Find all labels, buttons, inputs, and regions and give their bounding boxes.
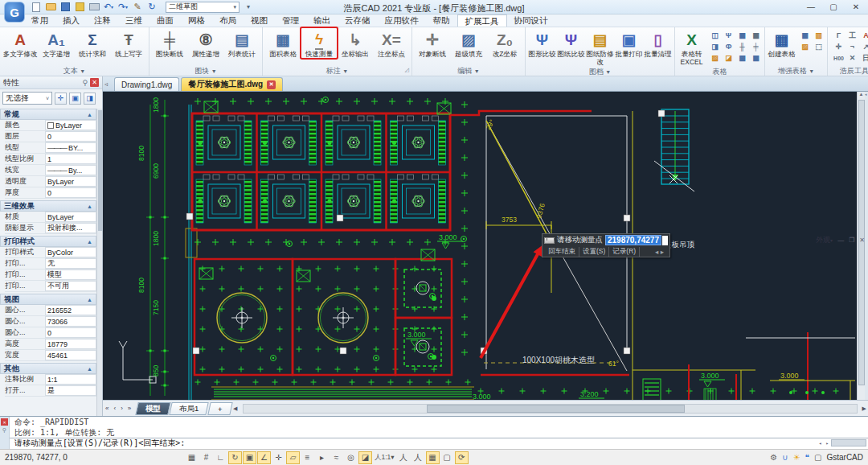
settings-icon[interactable]: ⚙: [770, 453, 777, 462]
select-all-icon[interactable]: ◨: [84, 93, 96, 105]
tool-改Z坐标[interactable]: Z₀改Z坐标: [487, 28, 522, 58]
status-toggle-dynamic-ucs[interactable]: ▱: [286, 451, 300, 464]
tool-创建表格[interactable]: ▦创建表格: [768, 28, 796, 58]
prop-value[interactable]: ByLayer: [45, 212, 96, 222]
prev-layout-icon[interactable]: ‹: [111, 405, 118, 412]
group-label-编辑[interactable]: 编辑 ▼: [415, 65, 522, 76]
selection-filter-dropdown[interactable]: 无选择˅: [2, 92, 52, 105]
prop-value[interactable]: 45461: [45, 350, 96, 360]
prop-value[interactable]: 投射和接...: [45, 223, 96, 233]
status-toggle-quick-properties[interactable]: ≈: [330, 451, 343, 464]
prop-value[interactable]: 无: [45, 258, 96, 269]
properties-close-icon[interactable]: ✕: [90, 78, 99, 87]
properties-scrollbar[interactable]: [96, 109, 102, 416]
unlock-icon[interactable]: ∪: [782, 453, 788, 462]
tool-图形比较[interactable]: Ψ图形比较: [528, 28, 556, 58]
status-toggle-3d-object-snap[interactable]: ✛: [272, 451, 285, 464]
maximize-button[interactable]: ▢: [823, 1, 844, 13]
tool-注坐标点[interactable]: X=注坐标点: [374, 28, 409, 58]
app-logo-icon[interactable]: G: [4, 2, 25, 23]
prop-value[interactable]: 是: [45, 385, 96, 396]
ribbon-tab-帮助[interactable]: 帮助: [426, 14, 457, 27]
small-tool-icon[interactable]: ◨: [709, 41, 721, 52]
drawing-canvas[interactable]: 1800690018007150850810081003753937629°61…: [103, 92, 857, 400]
prop-value[interactable]: ByLayer: [45, 120, 96, 130]
group-label-表格[interactable]: 表格: [678, 66, 762, 76]
status-toggle-dynamic-input[interactable]: ◪: [358, 451, 372, 464]
small-tool-icon[interactable]: Ψ: [723, 30, 735, 41]
ribbon-tab-扩展工具[interactable]: 扩展工具: [457, 14, 507, 27]
group-label-图档[interactable]: 图档 ▼: [528, 66, 672, 76]
doc-minimize-icon[interactable]: —: [837, 237, 844, 244]
prop-section-header[interactable]: 常规▲: [0, 109, 96, 120]
dialog-launcher-icon[interactable]: ◿: [405, 67, 409, 73]
prop-value[interactable]: 73066: [45, 316, 96, 327]
status-toggle-grid[interactable]: #: [199, 451, 213, 464]
status-toggle-annotation-scale[interactable]: 人1:1▾: [373, 451, 396, 464]
small-tool-icon[interactable]: ▦: [750, 30, 762, 41]
tool-批量清理[interactable]: ▯批量清理: [644, 28, 672, 58]
status-toggle-zoom-preview[interactable]: ◎: [344, 451, 358, 464]
ribbon-tab-应用软件[interactable]: 应用软件: [378, 14, 426, 27]
status-toggle-snap[interactable]: ▦: [185, 451, 199, 464]
tool-快速测量[interactable]: ϟ快速测量: [301, 28, 337, 58]
layout-tab-+[interactable]: +: [207, 402, 232, 415]
tool-批量打印[interactable]: ▣批量打印: [615, 28, 643, 58]
document-tab[interactable]: Drawing1.dwg: [114, 77, 179, 91]
group-label-图块[interactable]: 图块 ▼: [152, 65, 260, 76]
tool-多文字修改[interactable]: A多文字修改: [2, 28, 38, 58]
tool-超级填充[interactable]: ▨超级填充: [451, 28, 486, 58]
tool-对象断线[interactable]: ✛对象断线: [415, 28, 450, 58]
status-toggle-object-snap-tracking[interactable]: ∠: [257, 451, 271, 464]
small-tool-icon[interactable]: ◫: [709, 30, 721, 41]
ribbon-tab-注释[interactable]: 注释: [87, 14, 118, 27]
tool-文字递增[interactable]: A₁文字递增: [39, 28, 74, 58]
ribbon-tab-三维[interactable]: 三维: [118, 14, 149, 27]
tips-icon[interactable]: ☀: [793, 453, 800, 462]
command-pin-icon[interactable]: ⚲: [2, 427, 6, 434]
small-tool-icon[interactable]: Ф: [723, 41, 735, 52]
document-tab[interactable]: 餐厅装修施工图.dwg✕: [181, 77, 283, 91]
tooltip-coordinate-input[interactable]: 219870,74277: [605, 235, 661, 245]
status-toggle-object-snap[interactable]: ▣: [243, 451, 256, 464]
status-toggle-lineweight[interactable]: ≡: [301, 451, 314, 464]
status-toggle-clean-screen[interactable]: ▢: [440, 451, 454, 464]
status-toggle-ortho[interactable]: ∟: [214, 451, 227, 464]
ribbon-tab-管理[interactable]: 管理: [275, 14, 306, 27]
prop-value[interactable]: 18779: [45, 339, 96, 349]
prop-value[interactable]: 1: [45, 154, 96, 164]
tool-图纸防修改[interactable]: ▤图纸防修改: [586, 28, 614, 66]
tool-面积表格[interactable]: ▦面积表格: [265, 28, 301, 58]
small-tool-icon[interactable]: ▦: [799, 30, 811, 41]
prop-value[interactable]: 模型: [45, 270, 96, 280]
ribbon-tab-协同设计[interactable]: 协同设计: [507, 14, 555, 27]
small-tool-icon[interactable]: ▦: [750, 52, 762, 64]
tab-close-icon[interactable]: ✕: [267, 80, 276, 89]
small-tool-icon[interactable]: ▦: [736, 30, 748, 41]
prop-value[interactable]: ———By...: [45, 165, 96, 175]
prop-section-header[interactable]: 打印样式▲: [0, 236, 96, 247]
status-toggle-model-paper-toggle[interactable]: ▦: [426, 451, 440, 464]
doc-tab-scroll-left-icon[interactable]: ◃: [104, 80, 114, 88]
tool-表格转EXCEL[interactable]: X表格转EXCEL: [678, 28, 706, 66]
doc-restore-icon[interactable]: ❐: [849, 237, 854, 244]
command-close-icon[interactable]: ✕: [1, 418, 8, 426]
prop-section-header[interactable]: 视图▲: [0, 294, 96, 305]
ribbon-tab-输出[interactable]: 输出: [306, 14, 338, 27]
ribbon-tab-插入[interactable]: 插入: [55, 14, 87, 27]
pin-icon[interactable]: ⚲: [82, 79, 88, 87]
ribbon-tab-云存储[interactable]: 云存储: [338, 14, 378, 27]
close-button[interactable]: ✕: [845, 1, 866, 13]
ribbon-tab-常用[interactable]: 常用: [24, 14, 55, 27]
prop-section-header[interactable]: 三维效果▲: [0, 200, 96, 212]
small-tool-icon[interactable]: ▨: [709, 52, 721, 64]
appearance-button[interactable]: 外观▾: [816, 235, 833, 245]
minimize-button[interactable]: —: [800, 1, 821, 13]
tooltip-action-设置(S)[interactable]: 设置(S): [579, 247, 609, 257]
prop-section-header[interactable]: 其他▲: [0, 363, 96, 374]
quick-select-icon[interactable]: ▣: [69, 93, 81, 105]
tooltip-arrows-icon[interactable]: ◂ ▸: [652, 248, 667, 256]
status-toggle-selection-cycling[interactable]: ▸: [315, 451, 329, 464]
ribbon-tab-网格[interactable]: 网格: [181, 14, 212, 27]
last-layout-icon[interactable]: »: [125, 405, 133, 412]
